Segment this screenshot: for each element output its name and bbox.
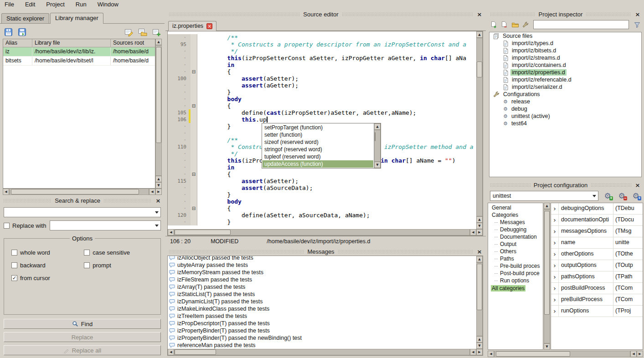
expand-icon[interactable]: ›: [551, 283, 559, 294]
add-source-button[interactable]: [489, 20, 498, 29]
inspector-tree[interactable]: Source filesimport/iz/types.dimport/iz/b…: [489, 32, 641, 127]
fold-marker[interactable]: ⊟: [191, 205, 197, 212]
configuration-hscrollbar[interactable]: ◀ ◀ ▶: [488, 351, 643, 357]
message-item[interactable]: referenceMan passed the tests: [169, 342, 476, 349]
property-value[interactable]: (TOutp: [613, 260, 643, 271]
property-value[interactable]: (TMsg: [613, 226, 643, 237]
expand-icon[interactable]: ›: [551, 306, 559, 317]
column-header[interactable]: Alias: [3, 39, 32, 47]
tree-item[interactable]: import/iz/streams.d: [489, 54, 641, 61]
completion-item[interactable]: sizeof (reserved word): [263, 138, 373, 146]
tree-item[interactable]: import/iz/types.d: [489, 40, 641, 47]
category-item[interactable]: Messages: [488, 219, 543, 226]
search-term-combo[interactable]: [4, 207, 161, 217]
category-vscrollbar[interactable]: ▲ ▼: [544, 203, 550, 350]
menu-project[interactable]: Project: [46, 1, 64, 8]
remove-source-button[interactable]: [500, 20, 509, 29]
close-icon[interactable]: ×: [155, 197, 161, 204]
add-configuration-button[interactable]: ⚙+: [603, 190, 613, 201]
category-tree[interactable]: GeneralCategoriesMessagesDebuggingDocume…: [488, 203, 543, 350]
completion-item[interactable]: setter (function): [263, 131, 373, 138]
expand-icon[interactable]: ›: [551, 215, 559, 225]
category-item[interactable]: Paths: [488, 255, 543, 262]
combo-arrow-icon[interactable]: [153, 209, 160, 215]
remove-configuration-button[interactable]: ⚙−: [617, 190, 627, 201]
expand-icon[interactable]: ›: [551, 226, 559, 237]
fold-marker[interactable]: ⊟: [191, 171, 197, 178]
category-item[interactable]: Post-build proce: [488, 270, 543, 277]
tree-item[interactable]: Source files: [489, 32, 641, 40]
message-item[interactable]: izAllocObject passed the tests: [169, 256, 476, 261]
property-value[interactable]: (TCom: [613, 283, 643, 294]
message-item[interactable]: izMemoryStream passed the tests: [169, 269, 476, 276]
tree-item[interactable]: Configurations: [489, 91, 641, 98]
expand-icon[interactable]: ›: [551, 271, 559, 282]
tree-item[interactable]: ⚙debug: [489, 105, 641, 113]
message-item[interactable]: izPropertyBinder(T) passed the tests: [169, 327, 476, 334]
menu-file[interactable]: File: [5, 1, 14, 8]
close-icon[interactable]: ×: [634, 11, 641, 18]
tree-item[interactable]: import/iz/properties.d: [489, 69, 641, 76]
tree-item[interactable]: import/iz/bitsets.d: [489, 47, 641, 54]
close-icon[interactable]: ×: [634, 182, 641, 189]
message-item[interactable]: izPropertyBinder(T) passed the newBindin…: [169, 334, 476, 342]
reload-libraries-button[interactable]: [16, 26, 27, 37]
category-item[interactable]: Categories: [488, 211, 543, 219]
expand-icon[interactable]: ›: [551, 294, 559, 305]
completion-item[interactable]: tupleof (reserved word): [263, 153, 373, 160]
expand-icon[interactable]: ›: [551, 249, 559, 260]
tree-item[interactable]: import/iz/containers.d: [489, 61, 641, 69]
fold-marker[interactable]: ⊟: [191, 68, 197, 75]
menu-window[interactable]: Window: [98, 1, 118, 8]
category-item[interactable]: Debugging: [488, 226, 543, 233]
save-libraries-button[interactable]: [3, 26, 14, 37]
property-value[interactable]: (TDocu: [613, 215, 643, 225]
library-row[interactable]: iz/home/basile/dev/iz/lib/iz./home/basil…: [3, 47, 155, 56]
expand-icon[interactable]: ›: [551, 237, 559, 248]
tree-item[interactable]: import/iz/referencable.d: [489, 76, 641, 83]
message-item[interactable]: izFileStream passed the tests: [169, 276, 476, 283]
add-library-button[interactable]: [151, 26, 162, 37]
completion-item[interactable]: setPropTarget (function): [263, 124, 373, 131]
option-whole-word[interactable]: whole word: [11, 249, 84, 256]
tree-item[interactable]: ⚙release: [489, 98, 641, 105]
property-value[interactable]: (TProj: [613, 306, 643, 317]
property-value[interactable]: (TOthe: [613, 249, 643, 260]
tree-item[interactable]: ⚙unittest (active): [489, 113, 641, 120]
editor-tab[interactable]: iz.properties ×: [168, 21, 216, 31]
close-icon[interactable]: ×: [476, 248, 483, 255]
completion-item[interactable]: stringof (reserved word): [263, 146, 373, 153]
expand-icon[interactable]: ›: [551, 203, 559, 214]
message-item[interactable]: ubyteArray passed the tests: [169, 261, 476, 269]
close-icon[interactable]: ×: [476, 11, 483, 18]
project-tools-button[interactable]: [521, 20, 530, 29]
message-item[interactable]: izStaticList(T) passed the tests: [169, 291, 476, 298]
property-grid[interactable]: ›debugingOptions(TDebu›documentationOpti…: [551, 203, 643, 350]
inspector-filter-input[interactable]: [533, 20, 629, 29]
tab-close-icon[interactable]: ×: [206, 23, 212, 29]
expand-icon[interactable]: ›: [551, 260, 559, 271]
tab-static-explorer[interactable]: Static explorer: [1, 13, 49, 23]
tree-item[interactable]: ⚙test64: [489, 120, 641, 127]
combo-arrow-icon[interactable]: [591, 193, 598, 199]
completion-item[interactable]: updateAccess (function): [263, 160, 373, 168]
clone-configuration-button[interactable]: ⚙+: [631, 190, 641, 201]
message-item[interactable]: izTreeItem passed the tests: [169, 312, 476, 320]
all-categories-item[interactable]: All categories: [488, 285, 543, 292]
tab-library-manager[interactable]: Library manager: [50, 13, 103, 24]
column-header[interactable]: Library file: [32, 39, 111, 47]
configuration-combo[interactable]: unittest: [490, 191, 598, 201]
completion-scrollbar[interactable]: ▲ ▼: [374, 123, 381, 168]
add-folder-button[interactable]: [510, 20, 519, 29]
combo-arrow-icon[interactable]: [153, 222, 160, 229]
option-case-sensitive[interactable]: case sensitive: [84, 249, 153, 256]
messages-list[interactable]: izAllocObject passed the testsubyteArray…: [168, 256, 476, 349]
option-from-cursor[interactable]: ✓from cursor: [11, 275, 84, 281]
option-prompt[interactable]: prompt: [84, 262, 153, 269]
edit-library-button[interactable]: [124, 26, 134, 37]
library-table-hscrollbar[interactable]: ◀ ◀ ▶: [3, 189, 162, 195]
property-value[interactable]: (TDebu: [613, 203, 643, 214]
menu-edit[interactable]: Edit: [25, 1, 35, 8]
fold-marker[interactable]: ⊟: [191, 102, 197, 109]
code-editor[interactable]: · /**95 * Constructs a property descript…: [167, 31, 483, 236]
